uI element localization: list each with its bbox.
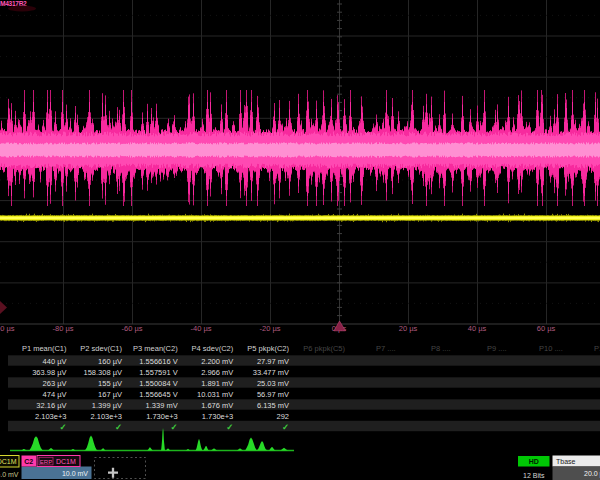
svg-text:P4 sdev(C2): P4 sdev(C2) [192, 344, 234, 353]
svg-text:440 µV: 440 µV [43, 357, 67, 366]
svg-text:40 µs: 40 µs [468, 324, 487, 333]
svg-text:✓: ✓ [59, 422, 66, 432]
svg-text:P7 ....: P7 .... [376, 344, 396, 353]
svg-text:P5 pkpk(C2): P5 pkpk(C2) [247, 344, 289, 353]
svg-text:✓: ✓ [171, 422, 178, 432]
svg-text:56.97 mV: 56.97 mV [257, 390, 289, 399]
svg-text:25.03 mV: 25.03 mV [257, 379, 289, 388]
svg-text:P11 ....: P11 .... [594, 344, 600, 353]
svg-text:1.399 µV: 1.399 µV [92, 401, 122, 410]
svg-text:33.477 mV: 33.477 mV [253, 368, 289, 377]
svg-text:1.550084 V: 1.550084 V [139, 379, 177, 388]
svg-text:-80 µs: -80 µs [53, 324, 74, 333]
svg-text:27.97 mV: 27.97 mV [257, 357, 289, 366]
svg-text:-20 µs: -20 µs [260, 324, 281, 333]
svg-text:1.891 mV: 1.891 mV [201, 379, 233, 388]
svg-text:2.103e+3: 2.103e+3 [35, 412, 67, 421]
svg-text:12 Bits: 12 Bits [523, 472, 545, 479]
svg-text:-40 µs: -40 µs [191, 324, 212, 333]
svg-text:2.103e+3: 2.103e+3 [91, 412, 123, 421]
svg-text:1.339 mV: 1.339 mV [146, 401, 178, 410]
svg-text:6.135 mV: 6.135 mV [257, 401, 289, 410]
svg-text:1.676 mV: 1.676 mV [201, 401, 233, 410]
svg-text:167 µV: 167 µV [98, 390, 122, 399]
svg-text:1.730e+3: 1.730e+3 [202, 412, 234, 421]
svg-text:5.0 mV: 5.0 mV [0, 471, 19, 478]
svg-text:C2: C2 [24, 458, 33, 465]
svg-text:2.966 mV: 2.966 mV [201, 368, 233, 377]
svg-text:160 µV: 160 µV [98, 357, 122, 366]
svg-text:60 µs: 60 µs [537, 324, 556, 333]
svg-text:P8 ....: P8 .... [431, 344, 451, 353]
svg-text:1.556645 V: 1.556645 V [139, 390, 177, 399]
svg-text:2.200 mV: 2.200 mV [201, 357, 233, 366]
svg-text:-60 µs: -60 µs [122, 324, 143, 333]
svg-text:✓: ✓ [282, 422, 289, 432]
svg-text:P1 mean(C1): P1 mean(C1) [22, 344, 67, 353]
svg-text:DC1M: DC1M [0, 458, 17, 465]
svg-text:10.031 mV: 10.031 mV [197, 390, 233, 399]
svg-text:363.98 µV: 363.98 µV [32, 368, 66, 377]
svg-text:474 µV: 474 µV [43, 390, 67, 399]
svg-text:DC1M: DC1M [56, 458, 76, 465]
svg-text:ERP: ERP [40, 459, 52, 465]
svg-text:158.308 µV: 158.308 µV [83, 368, 122, 377]
svg-text:20.0 µ: 20.0 µ [584, 470, 600, 478]
svg-text:P10 ....: P10 .... [539, 344, 563, 353]
svg-text:155 µV: 155 µV [98, 379, 122, 388]
svg-text:263 µV: 263 µV [43, 379, 67, 388]
svg-text:32.16 µV: 32.16 µV [36, 401, 66, 410]
svg-text:P3 mean(C2): P3 mean(C2) [133, 344, 178, 353]
svg-text:1.556616 V: 1.556616 V [139, 357, 177, 366]
svg-text:P2 sdev(C1): P2 sdev(C1) [80, 344, 122, 353]
svg-text:HD: HD [529, 458, 539, 465]
svg-text:1.557591 V: 1.557591 V [139, 368, 177, 377]
svg-text:✓: ✓ [226, 422, 233, 432]
svg-text:292: 292 [276, 412, 289, 421]
svg-text:1.730e+3: 1.730e+3 [146, 412, 178, 421]
svg-text:✓: ✓ [115, 422, 122, 432]
svg-text:10.0 mV: 10.0 mV [62, 470, 88, 477]
svg-text:-100 µs: -100 µs [0, 324, 15, 333]
svg-text:Tbase: Tbase [556, 458, 576, 465]
svg-text:20 µs: 20 µs [399, 324, 418, 333]
svg-text:P6 pkpk(C5): P6 pkpk(C5) [303, 344, 345, 353]
svg-text:P9 ....: P9 .... [487, 344, 507, 353]
